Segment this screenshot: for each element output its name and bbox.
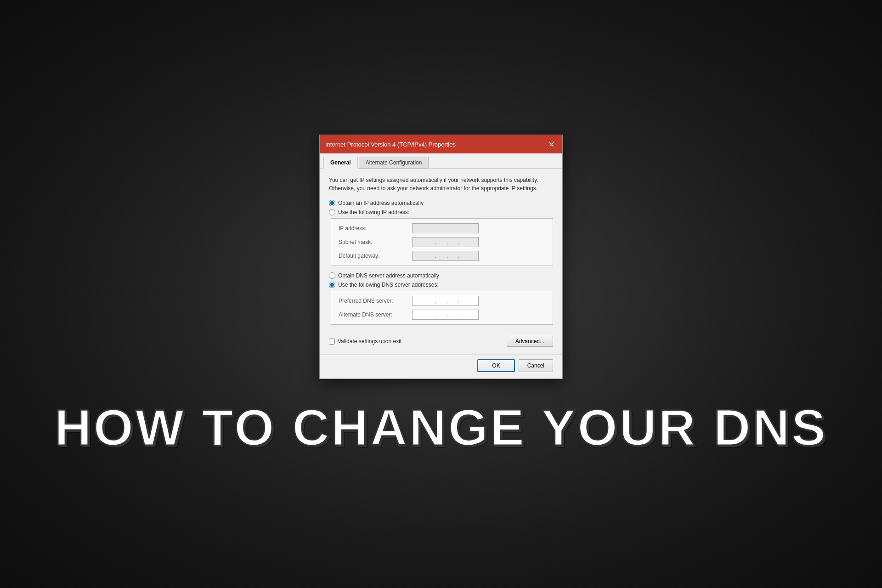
dns-section: Obtain DNS server address automatically … (329, 272, 553, 325)
alternate-dns-label: Alternate DNS server: (339, 311, 412, 318)
headline-text: HOW TO CHANGE YOUR DNS (54, 402, 827, 453)
alternate-dns-row: Alternate DNS server: (339, 310, 545, 320)
default-gateway-label: Default gateway: (339, 253, 412, 259)
ip-address-row: IP address: (339, 223, 545, 233)
validate-label: Validate settings upon exit (338, 338, 401, 345)
preferred-dns-input[interactable] (412, 296, 479, 306)
advanced-button[interactable]: Advanced... (507, 336, 553, 347)
description-text: You can get IP settings assigned automat… (329, 176, 553, 192)
preferred-dns-label: Preferred DNS server: (339, 298, 412, 304)
dialog-tabs: General Alternate Configuration (320, 153, 562, 169)
auto-dns-label: Obtain DNS server address automatically (338, 272, 439, 279)
manual-ip-radio[interactable] (329, 209, 335, 215)
tab-general[interactable]: General (323, 157, 358, 169)
default-gateway-row: Default gateway: (339, 251, 545, 261)
ok-button[interactable]: OK (477, 359, 514, 372)
auto-ip-radio-row[interactable]: Obtain an IP address automatically (329, 200, 553, 206)
close-button[interactable]: ✕ (546, 139, 557, 150)
manual-ip-radio-row[interactable]: Use the following IP address: (329, 209, 553, 215)
cancel-button[interactable]: Cancel (519, 359, 553, 372)
default-gateway-input[interactable] (412, 251, 479, 261)
auto-dns-radio[interactable] (329, 272, 335, 279)
dns-fields-box: Preferred DNS server: Alternate DNS serv… (331, 291, 553, 325)
validate-checkbox-row[interactable]: Validate settings upon exit (329, 338, 401, 345)
subnet-mask-input[interactable] (412, 237, 479, 247)
ip-address-input[interactable] (412, 223, 479, 233)
ip-section: Obtain an IP address automatically Use t… (329, 200, 553, 266)
tab-alternate-configuration[interactable]: Alternate Configuration (359, 157, 429, 169)
ip-address-label: IP address: (339, 225, 412, 232)
ip-fields-box: IP address: Subnet mask: Default gateway… (331, 218, 553, 266)
dialog-footer: OK Cancel (320, 354, 562, 379)
manual-dns-radio-row[interactable]: Use the following DNS server addresses: (329, 282, 553, 288)
subnet-mask-label: Subnet mask: (339, 239, 412, 245)
manual-dns-label: Use the following DNS server addresses: (338, 282, 439, 288)
manual-ip-label: Use the following IP address: (338, 209, 409, 215)
manual-dns-radio[interactable] (329, 282, 335, 288)
validate-checkbox[interactable] (329, 339, 335, 345)
preferred-dns-row: Preferred DNS server: (339, 296, 545, 306)
dialog-titlebar: Internet Protocol Version 4 (TCP/IPv4) P… (320, 135, 562, 153)
auto-ip-label: Obtain an IP address automatically (338, 200, 424, 206)
auto-ip-radio[interactable] (329, 200, 335, 206)
alternate-dns-input[interactable] (412, 310, 479, 320)
subnet-mask-row: Subnet mask: (339, 237, 545, 247)
dialog-title: Internet Protocol Version 4 (TCP/IPv4) P… (325, 141, 456, 148)
auto-dns-radio-row[interactable]: Obtain DNS server address automatically (329, 272, 553, 279)
properties-dialog: Internet Protocol Version 4 (TCP/IPv4) P… (319, 135, 563, 379)
dialog-body: You can get IP settings assigned automat… (320, 169, 562, 354)
bottom-row: Validate settings upon exit Advanced... (329, 332, 553, 347)
